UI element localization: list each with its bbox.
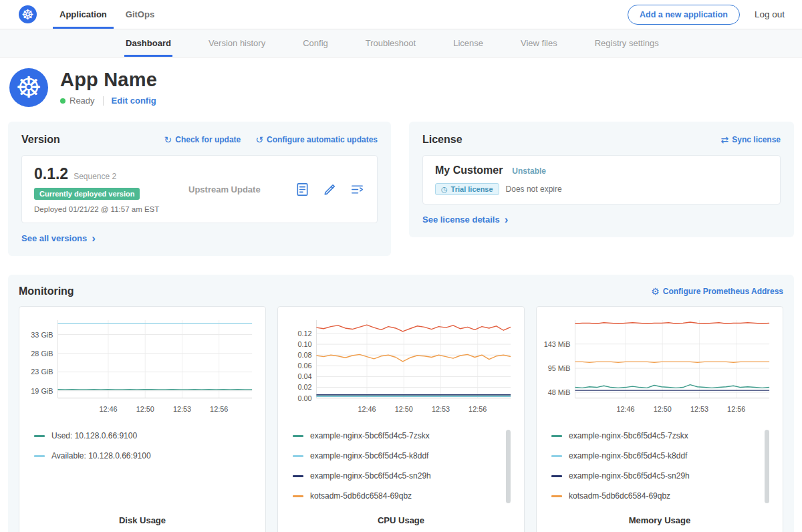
preflight-checks-glyph (322, 182, 338, 197)
legend-scrollbar[interactable] (506, 430, 511, 503)
svg-text:12:46: 12:46 (616, 405, 634, 413)
license-type-label: Trial license (451, 185, 493, 193)
legend-label: example-nginx-5bc6f5d4c5-sn29h (310, 471, 431, 481)
disk-usage-legend: Used: 10.128.0.66:9100Available: 10.128.… (34, 426, 252, 466)
helm-wheel-glyph (21, 7, 34, 21)
svg-text:0.06: 0.06 (297, 362, 311, 370)
subtab-dashboard[interactable]: Dashboard (126, 29, 171, 57)
sync-license-label: Sync license (732, 135, 781, 144)
see-all-versions-label: See all versions (21, 233, 87, 243)
svg-text:12:56: 12:56 (210, 405, 228, 413)
svg-text:12:56: 12:56 (469, 405, 487, 413)
deployed-timestamp: Deployed 01/21/22 @ 11:57 am EST (34, 205, 171, 213)
svg-text:95 MiB: 95 MiB (548, 364, 571, 372)
legend-item: Used: 10.128.0.66:9100 (34, 426, 252, 446)
version-card-heading: Version (21, 134, 60, 146)
see-all-versions-link[interactable]: See all versions (21, 233, 96, 244)
subtab-license-label: License (453, 38, 483, 48)
configure-prometheus-label: Configure Prometheus Address (663, 287, 783, 296)
configure-auto-updates-link[interactable]: Configure automatic updates (255, 135, 378, 144)
legend-item: example-nginx-5bc6f5d4c5-sn29h (293, 466, 511, 486)
legend-item: Available: 10.128.0.66:9100 (34, 446, 252, 466)
subtab-license[interactable]: License (453, 29, 483, 57)
gear-icon (651, 287, 660, 296)
license-box: My Customer Unstable Trial license Does … (422, 155, 781, 205)
legend-item: kotsadm-5db6dc6584-69qbz (551, 486, 769, 506)
legend-item: example-nginx-5bc6f5d4c5-7zskx (293, 426, 511, 446)
subtab-config[interactable]: Config (303, 29, 328, 57)
refresh-icon (164, 135, 172, 144)
version-number: 0.1.2 (34, 165, 68, 183)
legend-color-dash (293, 475, 303, 477)
svg-text:12:46: 12:46 (99, 405, 117, 413)
svg-text:23 GiB: 23 GiB (31, 368, 53, 376)
sync-icon (721, 135, 729, 144)
upstream-update-label: Upstream Update (188, 184, 295, 194)
cpu-usage-legend: example-nginx-5bc6f5d4c5-7zskxexample-ng… (293, 426, 511, 506)
panel-title-disk: Disk Usage (25, 507, 260, 531)
add-application-button[interactable]: Add a new application (628, 5, 740, 25)
svg-text:12:46: 12:46 (358, 405, 376, 413)
configure-prometheus-link[interactable]: Configure Prometheus Address (651, 287, 783, 296)
svg-text:28 GiB: 28 GiB (31, 350, 53, 358)
monitoring-card: Monitoring Configure Prometheus Address … (8, 275, 794, 532)
helm-wheel-glyph (15, 73, 41, 102)
deploy-logs-glyph (350, 182, 365, 197)
see-license-details-label: See license details (422, 215, 500, 225)
customer-name: My Customer (435, 164, 503, 176)
svg-text:0.04: 0.04 (297, 372, 311, 380)
subtab-troubleshoot[interactable]: Troubleshoot (366, 29, 416, 57)
svg-text:12:56: 12:56 (727, 405, 745, 413)
legend-color-dash (293, 455, 303, 457)
subtab-troubleshoot-label: Troubleshoot (366, 38, 416, 48)
svg-text:0.02: 0.02 (297, 383, 311, 391)
subtab-registry-settings[interactable]: Registry settings (595, 29, 659, 57)
tab-application[interactable]: Application (50, 0, 116, 29)
legend-label: example-nginx-5bc6f5d4c5-7zskx (569, 431, 688, 440)
check-for-update-link[interactable]: Check for update (164, 135, 241, 144)
version-actions (295, 182, 365, 197)
subtab-view-files[interactable]: View files (521, 29, 557, 57)
svg-text:12:50: 12:50 (395, 405, 413, 413)
sync-license-link[interactable]: Sync license (721, 135, 781, 144)
app-icon (9, 68, 48, 107)
sequence-label: Sequence 2 (74, 172, 116, 181)
svg-text:19 GiB: 19 GiB (31, 387, 53, 395)
logout-button[interactable]: Log out (755, 9, 785, 19)
deploy-logs-icon[interactable] (350, 182, 365, 197)
legend-label: example-nginx-5bc6f5d4c5-sn29h (569, 471, 690, 481)
cards-row: Version Check for update Configure autom… (0, 119, 802, 256)
release-notes-glyph (295, 182, 310, 197)
subtab-version-history[interactable]: Version history (209, 29, 265, 57)
channel-label: Unstable (512, 166, 546, 176)
subtab-dashboard-label: Dashboard (126, 38, 171, 48)
chart-canvas: 12:4612:5012:5312:560.000.020.040.060.08… (283, 315, 519, 426)
deployed-badge: Currently deployed version (34, 188, 140, 200)
auto-update-icon (255, 135, 263, 144)
topbar-actions: Add a new application Log out (628, 5, 785, 25)
memory-usage-panel: 12:4612:5012:5312:5648 MiB95 MiB143 MiB … (536, 306, 783, 532)
legend-label: kotsadm-5db6dc6584-69qbz (569, 491, 670, 501)
release-notes-icon[interactable] (295, 182, 310, 197)
legend-color-dash (551, 455, 562, 457)
edit-config-link[interactable]: Edit config (112, 96, 156, 106)
svg-text:0.08: 0.08 (297, 351, 311, 359)
status-dot (60, 98, 65, 104)
license-type-badge: Trial license (435, 183, 499, 195)
charts-row: 12:4612:5012:5312:5619 GiB23 GiB28 GiB33… (19, 306, 783, 532)
subtab-view-files-label: View files (521, 38, 557, 48)
subtab-version-history-label: Version history (209, 38, 265, 48)
legend-scrollbar[interactable] (765, 430, 769, 503)
current-version-box: 0.1.2 Sequence 2 Currently deployed vers… (21, 155, 378, 223)
app-status-row: Ready Edit config (60, 96, 157, 106)
tab-gitops[interactable]: GitOps (116, 0, 164, 29)
see-license-details-link[interactable]: See license details (422, 214, 508, 225)
legend-color-dash (34, 435, 45, 437)
panel-title-cpu: CPU Usage (283, 507, 519, 531)
cpu-usage-panel: 12:4612:5012:5312:560.000.020.040.060.08… (277, 306, 525, 532)
legend-color-dash (551, 475, 562, 477)
disk-usage-panel: 12:4612:5012:5312:5619 GiB23 GiB28 GiB33… (19, 306, 266, 532)
svg-text:33 GiB: 33 GiB (31, 331, 53, 339)
preflight-checks-icon[interactable] (322, 182, 338, 197)
top-navbar: Application GitOps Add a new application… (0, 0, 802, 29)
